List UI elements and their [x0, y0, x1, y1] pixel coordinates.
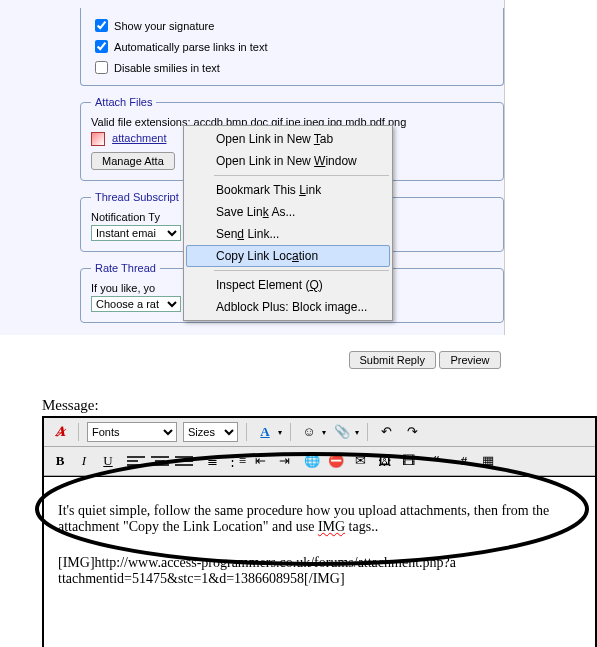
menu-open-new-tab[interactable]: Open Link in New Tab	[186, 128, 390, 150]
menu-copy-link-location[interactable]: Copy Link Location	[186, 245, 390, 267]
menu-inspect-element[interactable]: Inspect Element (Q)	[186, 274, 390, 296]
link-icon[interactable]: 🌐	[302, 451, 322, 471]
editor-text-line1a: It's quiet simple, follow the same proce…	[58, 503, 549, 518]
editor: A̷ Fonts Sizes A▾ ☺▾ 📎▾ ↶ ↷ B I U ≣ ⋮≡ ⇤…	[42, 416, 597, 647]
menu-save-link-as[interactable]: Save Link As...	[186, 201, 390, 223]
underline-icon[interactable]: U	[98, 451, 118, 471]
disable-smilies-checkbox[interactable]	[95, 61, 108, 74]
preview-button[interactable]: Preview	[439, 351, 501, 369]
image-icon[interactable]: 🖼	[374, 451, 394, 471]
menu-separator	[214, 175, 389, 176]
editor-toolbar-row2: B I U ≣ ⋮≡ ⇤ ⇥ 🌐 ⛔ ✉ 🖼 🎞 ❝ # ▦	[44, 447, 595, 476]
align-right-icon[interactable]	[174, 451, 194, 471]
editor-text-line1b: attachment "Copy the Link Location" and …	[58, 519, 318, 534]
font-family-select[interactable]: Fonts	[87, 422, 177, 442]
indent-icon[interactable]: ⇥	[274, 451, 294, 471]
submit-reply-button[interactable]: Submit Reply	[349, 351, 436, 369]
context-menu: Open Link in New Tab Open Link in New Wi…	[183, 125, 393, 321]
attach-files-legend: Attach Files	[91, 96, 156, 108]
wrap-tag-icon[interactable]: ▦	[478, 451, 498, 471]
menu-separator	[214, 270, 389, 271]
editor-toolbar-row1: A̷ Fonts Sizes A▾ ☺▾ 📎▾ ↶ ↷	[44, 418, 595, 447]
video-icon[interactable]: 🎞	[398, 451, 418, 471]
notification-type-select[interactable]: Instant emai	[91, 225, 181, 241]
editor-text-line2: [IMG]http://www.access-programmers.co.uk…	[58, 555, 458, 587]
quote-icon[interactable]: ❝	[426, 451, 446, 471]
thread-subscription-legend: Thread Subscript	[91, 191, 183, 203]
unordered-list-icon[interactable]: ⋮≡	[226, 451, 246, 471]
outdent-icon[interactable]: ⇤	[250, 451, 270, 471]
email-icon[interactable]: ✉	[350, 451, 370, 471]
attachment-link[interactable]: attachment	[112, 132, 166, 144]
italic-icon[interactable]: I	[74, 451, 94, 471]
remove-format-icon[interactable]: A̷	[50, 422, 70, 442]
align-center-icon[interactable]	[150, 451, 170, 471]
menu-adblock-block-image[interactable]: Adblock Plus: Block image...	[186, 296, 390, 318]
disable-smilies-label: Disable smilies in text	[114, 62, 220, 74]
auto-parse-links-label: Automatically parse links in text	[114, 41, 267, 53]
toolbar-divider	[246, 423, 247, 441]
hash-icon[interactable]: #	[454, 451, 474, 471]
attachment-icon	[91, 132, 105, 146]
rate-thread-select[interactable]: Choose a rat	[91, 296, 181, 312]
undo-icon[interactable]: ↶	[376, 422, 396, 442]
auto-parse-links-checkbox[interactable]	[95, 40, 108, 53]
unlink-icon[interactable]: ⛔	[326, 451, 346, 471]
menu-send-link[interactable]: Send Link...	[186, 223, 390, 245]
show-signature-label: Show your signature	[114, 20, 214, 32]
font-color-icon[interactable]: A	[255, 422, 275, 442]
bold-icon[interactable]: B	[50, 451, 70, 471]
font-size-select[interactable]: Sizes	[183, 422, 238, 442]
dropdown-arrow-icon[interactable]: ▾	[278, 428, 282, 437]
ordered-list-icon[interactable]: ≣	[202, 451, 222, 471]
dropdown-arrow-icon[interactable]: ▾	[322, 428, 326, 437]
editor-textarea[interactable]: It's quiet simple, follow the same proce…	[44, 476, 595, 647]
redo-icon[interactable]: ↷	[402, 422, 422, 442]
toolbar-divider	[78, 423, 79, 441]
attach-icon[interactable]: 📎	[332, 422, 352, 442]
menu-open-new-window[interactable]: Open Link in New Window	[186, 150, 390, 172]
editor-text-line1c: tags..	[345, 519, 378, 534]
smiley-icon[interactable]: ☺	[299, 422, 319, 442]
toolbar-divider	[290, 423, 291, 441]
message-label: Message:	[42, 397, 597, 414]
rate-thread-legend: Rate Thread	[91, 262, 160, 274]
toolbar-divider	[367, 423, 368, 441]
dropdown-arrow-icon[interactable]: ▾	[355, 428, 359, 437]
align-left-icon[interactable]	[126, 451, 146, 471]
manage-attachments-button[interactable]: Manage Atta	[91, 152, 175, 170]
show-signature-checkbox[interactable]	[95, 19, 108, 32]
menu-bookmark-link[interactable]: Bookmark This Link	[186, 179, 390, 201]
editor-text-wavy: IMG	[318, 519, 345, 534]
